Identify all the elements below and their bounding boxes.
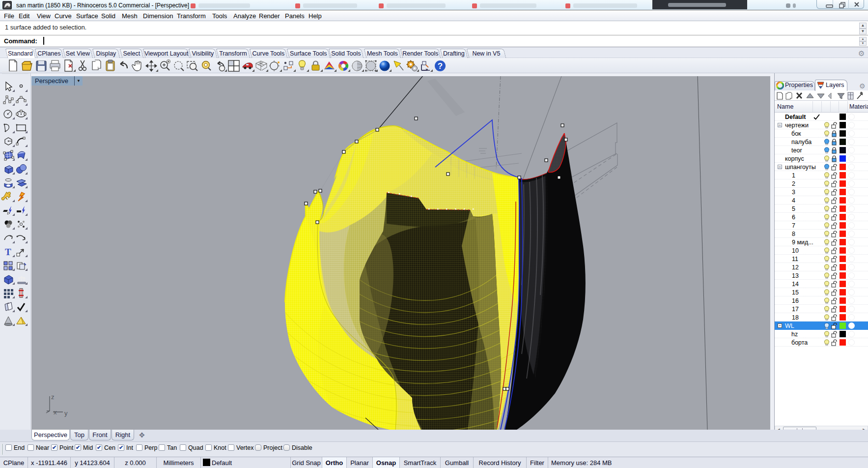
svg-text:T: T <box>5 247 11 257</box>
svg-text:z: z <box>51 393 55 401</box>
svg-text:x: x <box>54 409 57 416</box>
svg-text:y: y <box>64 410 68 417</box>
